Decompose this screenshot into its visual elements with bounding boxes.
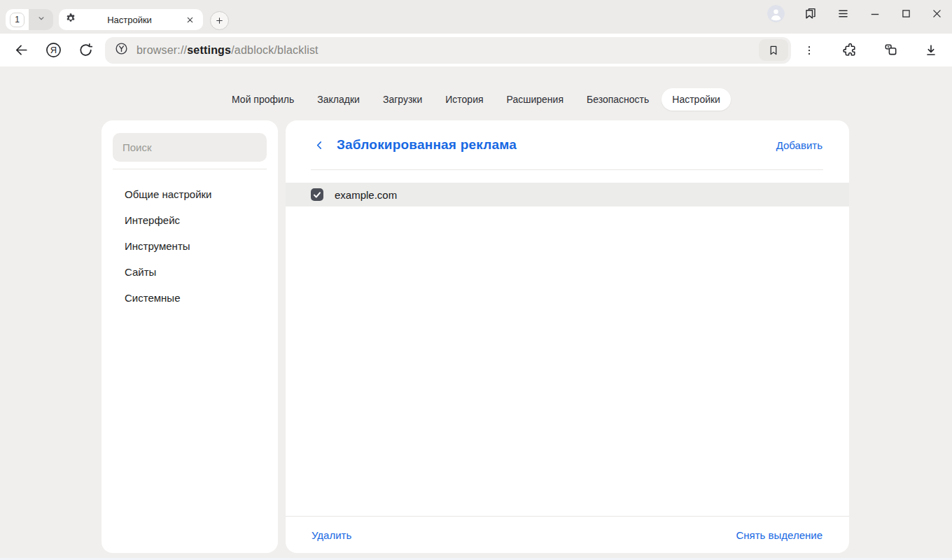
tab-group-count-badge: 1 <box>10 13 24 27</box>
kebab-menu-icon <box>803 44 816 57</box>
sidebar-item-sites[interactable]: Сайты <box>113 259 267 285</box>
toolbar-right-group <box>797 38 944 63</box>
download-icon <box>923 43 939 58</box>
sidebar-divider <box>113 169 267 169</box>
browser-toolbar: Я browser://settings/adblock/blacklist <box>0 34 952 66</box>
settings-gear-icon <box>65 13 76 27</box>
window-minimize-button[interactable] <box>869 7 881 20</box>
nav-tab-settings[interactable]: Настройки <box>662 88 731 111</box>
tab-close-button[interactable] <box>183 13 197 27</box>
settings-sidebar: Общие настройки Интерфейс Инструменты Са… <box>102 120 278 553</box>
blacklist-row[interactable]: example.com <box>286 183 849 206</box>
nav-tab-downloads[interactable]: Загрузки <box>372 88 433 111</box>
chevron-left-icon <box>314 139 326 151</box>
close-icon <box>186 16 194 24</box>
checkmark-icon <box>313 191 321 199</box>
arrow-left-icon <box>13 42 29 58</box>
tab-title: Настройки <box>76 15 183 25</box>
bookmarks-icon <box>804 6 818 20</box>
settings-layout: Общие настройки Интерфейс Инструменты Са… <box>102 120 849 553</box>
list-empty-space <box>286 206 849 516</box>
sidebar-item-tools[interactable]: Инструменты <box>113 233 267 259</box>
bookmarks-panel-button[interactable] <box>804 6 818 20</box>
chevron-down-icon <box>36 13 46 26</box>
extensions-puzzle-icon <box>842 42 858 58</box>
reload-icon <box>78 42 94 58</box>
downloads-button[interactable] <box>918 38 944 63</box>
back-button[interactable] <box>8 38 34 63</box>
minimize-icon <box>869 7 881 20</box>
blacklist-panel: Заблокированная реклама Добавить example… <box>286 120 849 553</box>
sidebar-items: Общие настройки Интерфейс Инструменты Са… <box>113 181 267 311</box>
maximize-icon <box>900 8 912 20</box>
tab-group-control[interactable]: 1 <box>6 9 53 30</box>
tab-group-expand-button[interactable] <box>29 9 53 30</box>
extensions-button[interactable] <box>837 38 862 63</box>
hamburger-icon <box>836 7 850 20</box>
page-title: Заблокированная реклама <box>337 137 776 153</box>
tab-strip: 1 Настройки <box>0 0 952 34</box>
yandex-home-button[interactable]: Я <box>41 38 66 63</box>
delete-button[interactable]: Удалить <box>312 529 351 541</box>
nav-tab-bookmarks[interactable]: Закладки <box>307 88 370 111</box>
svg-text:Я: Я <box>50 45 56 55</box>
address-bar[interactable]: browser://settings/adblock/blacklist <box>105 37 791 64</box>
add-bookmark-button[interactable] <box>759 39 788 61</box>
blacklist-header: Заблокированная реклама Добавить <box>286 120 849 169</box>
protect-icon[interactable] <box>114 41 129 59</box>
browser-menu-button[interactable] <box>836 7 850 20</box>
plus-icon <box>215 16 224 25</box>
close-icon <box>931 8 943 20</box>
tab-group-count[interactable]: 1 <box>6 9 29 30</box>
blacklist-list: example.com <box>286 183 849 206</box>
nav-tab-my-profile[interactable]: Мой профиль <box>221 88 304 111</box>
bookmark-icon <box>767 44 780 57</box>
nav-tab-extensions[interactable]: Расширения <box>496 88 574 111</box>
nav-tab-history[interactable]: История <box>435 88 493 111</box>
blacklist-domain: example.com <box>335 189 397 201</box>
url-text[interactable]: browser://settings/adblock/blacklist <box>136 44 318 57</box>
window-close-button[interactable] <box>931 8 943 20</box>
nav-tab-security[interactable]: Безопасность <box>576 88 659 111</box>
settings-nav-tabs: Мой профиль Закладки Загрузки История Ра… <box>0 66 952 111</box>
profile-avatar[interactable] <box>767 5 785 22</box>
blacklist-footer: Удалить Снять выделение <box>286 517 849 553</box>
window-maximize-button[interactable] <box>900 8 912 20</box>
browser-tab-settings[interactable]: Настройки <box>59 9 203 30</box>
search-input[interactable] <box>113 133 267 162</box>
settings-page: Мой профиль Закладки Загрузки История Ра… <box>0 66 952 560</box>
sidebar-item-interface[interactable]: Интерфейс <box>113 207 267 233</box>
passwords-button[interactable] <box>878 38 903 63</box>
sidebar-item-general[interactable]: Общие настройки <box>113 181 267 207</box>
reload-button[interactable] <box>73 38 98 63</box>
window-controls-group <box>767 4 943 23</box>
yandex-logo-icon: Я <box>45 41 62 59</box>
add-site-button[interactable]: Добавить <box>776 139 822 151</box>
sidebar-item-system[interactable]: Системные <box>113 285 267 311</box>
new-tab-button[interactable] <box>210 11 229 30</box>
row-checkbox-checked[interactable] <box>311 188 323 201</box>
header-divider <box>311 169 823 170</box>
page-menu-button[interactable] <box>797 38 822 63</box>
back-to-settings-button[interactable] <box>311 136 328 153</box>
deselect-button[interactable]: Снять выделение <box>736 529 822 541</box>
passwords-key-icon <box>883 42 899 58</box>
